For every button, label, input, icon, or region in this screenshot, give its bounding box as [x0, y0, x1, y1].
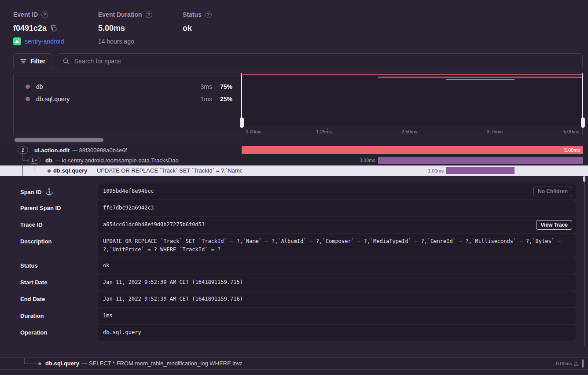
children-count-badge[interactable]: 2 [18, 147, 28, 154]
span-op: db.sql.query [45, 360, 79, 367]
span-op: ui.action.edit [34, 147, 70, 154]
view-trace-button[interactable]: View Trace [536, 220, 572, 230]
chevron-up-icon [35, 159, 37, 161]
waterfall-panel: db 3ms 75% db.sql.query 1ms 25% 0.00ms 1… [13, 73, 583, 135]
span-desc: — 88f300998a0b4e6f [72, 147, 127, 154]
event-id-label: Event ID [13, 11, 38, 18]
details-scrollbar-track[interactable] [584, 176, 585, 346]
span-row-ui-action-edit[interactable]: 2 ui.action.edit— 88f300998a0b4e6f 5.00m… [0, 145, 588, 155]
span-row-db[interactable]: 1 db— io.sentry.android.roomsample.data.… [0, 155, 588, 165]
axis-label: 3.75ms [487, 129, 503, 134]
axis-label: 5.00ms [563, 129, 579, 134]
details-scrollbar-thumb[interactable] [583, 176, 585, 182]
span-detail-page: Event ID ? f0491c2a sentry-android [0, 0, 588, 375]
span-desc: — UPDATE OR REPLACE `Track` SET `TrackId… [89, 167, 242, 174]
minimap-span-db-sql-query [446, 79, 514, 80]
detail-value-description: UPDATE OR REPLACE `Track` SET `TrackId` … [98, 234, 576, 257]
event-duration-value: 5.00ms [98, 24, 125, 33]
event-time-ago: 14 hours ago [98, 38, 134, 45]
status-column: Status ? ok – [183, 11, 212, 45]
detail-value-duration: 1ms [98, 308, 576, 324]
leaf-dot [48, 169, 51, 173]
event-duration-label: Event Duration [98, 11, 142, 18]
collapse-badge[interactable]: 1 [28, 157, 40, 164]
copy-icon[interactable] [51, 25, 57, 32]
detail-value-start-date: Jan 11, 2022 9:52:39 AM CET (1641891159.… [98, 275, 576, 290]
project-link[interactable]: sentry-android [25, 38, 64, 45]
detail-label-status: Status [20, 262, 38, 269]
axis-label: 2.50ms [401, 129, 417, 134]
detail-label-parent-span-id: Parent Span ID [20, 205, 61, 211]
minimap-span-db [378, 77, 582, 78]
search-icon [62, 58, 70, 65]
span-bar-duration: 5.00ms [564, 146, 580, 154]
detail-value-parent-span-id: ffe7dbc92a6942c3 [98, 200, 576, 216]
drag-grip[interactable] [240, 118, 244, 128]
minimap-left-handle[interactable] [241, 73, 242, 128]
status-label: Status [183, 11, 202, 18]
filter-button[interactable]: Filter [13, 53, 52, 69]
legend-row-db-sql-query[interactable]: db.sql.query 1ms 25% [26, 95, 232, 103]
legend-duration: 3ms [187, 83, 212, 90]
span-search-bar [57, 53, 583, 69]
legend-op-label: db [36, 83, 187, 90]
detail-label-end-date: End Date [20, 296, 45, 302]
event-id-label-row: Event ID ? [13, 11, 64, 18]
event-id-column: Event ID ? f0491c2a sentry-android [13, 11, 64, 45]
axis-label: 0.00ms [246, 129, 261, 134]
detail-value-status: ok [98, 258, 576, 274]
span-duration-label: 3.00ms [345, 155, 375, 165]
span-duration-label: 1.00ms [413, 165, 444, 176]
legend-percent: 75% [212, 83, 232, 90]
help-icon[interactable]: ? [205, 11, 212, 18]
warning-icon: ⚠ [573, 360, 579, 367]
drag-grip[interactable] [581, 118, 585, 128]
span-color-dot [26, 97, 30, 101]
detail-value-operation: db.sql.query [98, 325, 576, 341]
span-desc: — SELECT * FROM room_table_modification_… [81, 360, 242, 367]
detail-value-span-id: 1095bd4ef8e94bcc No Children [98, 184, 576, 199]
zero-duration-span-marker [582, 360, 584, 368]
filter-icon [20, 59, 26, 64]
column-divider [242, 135, 242, 145]
filter-button-label: Filter [30, 58, 45, 65]
detail-label-operation: Operation [20, 329, 47, 336]
status-sub: – [183, 38, 186, 45]
detail-label-description: Description [20, 238, 52, 245]
anchor-icon[interactable]: ⚓ [45, 188, 53, 196]
minimap-right-handle[interactable] [582, 73, 583, 128]
axis-label: 1.25ms [316, 129, 332, 134]
span-bar-db-sql-query[interactable] [446, 167, 514, 174]
time-axis: 0.00ms 1.25ms 2.50ms 3.75ms 5.00ms [242, 128, 583, 135]
status-value: ok [183, 24, 192, 33]
span-op: db.sql.query [53, 167, 87, 174]
legend-percent: 25% [212, 96, 232, 103]
no-children-badge: No Children [533, 187, 572, 196]
legend-op-label: db.sql.query [36, 96, 187, 103]
tree-horizontal-scrollbar [0, 135, 588, 145]
event-id-value: f0491c2a [13, 24, 47, 33]
span-bar-ui-action-edit[interactable]: 5.00ms [242, 146, 583, 154]
span-row-db-sql-query-selected[interactable]: db.sql.query— UPDATE OR REPLACE `Track` … [0, 165, 588, 176]
detail-label-start-date: Start Date [20, 279, 47, 286]
scrollbar-thumb[interactable] [15, 138, 103, 142]
span-color-dot [26, 85, 30, 89]
android-icon [13, 37, 21, 45]
minimap-span-ui-action-edit [243, 74, 582, 75]
span-op: db [45, 157, 52, 164]
span-minimap[interactable] [242, 73, 583, 128]
leaf-dot [38, 362, 41, 365]
help-icon[interactable]: ? [41, 11, 48, 18]
detail-value-trace-id: a654cc61dc0b48ef9d0b27275b6f0d51 View Tr… [98, 217, 576, 233]
detail-label-duration: Duration [20, 312, 44, 319]
detail-label-trace-id: Trace ID [20, 221, 43, 228]
event-duration-column: Event Duration ? 5.00ms 14 hours ago [98, 11, 152, 45]
detail-value-end-date: Jan 11, 2022 9:52:39 AM CET (1641891159.… [98, 291, 576, 307]
span-bar-db[interactable] [378, 157, 583, 164]
search-input[interactable] [74, 57, 577, 65]
legend-row-db[interactable]: db 3ms 75% [26, 82, 232, 91]
span-row-db-sql-query-select[interactable]: db.sql.query— SELECT * FROM room_table_m… [0, 357, 588, 370]
span-duration-label: 0.00ms [556, 361, 572, 366]
detail-label-span-id: Span ID ⚓ [20, 188, 53, 196]
help-icon[interactable]: ? [146, 11, 152, 18]
